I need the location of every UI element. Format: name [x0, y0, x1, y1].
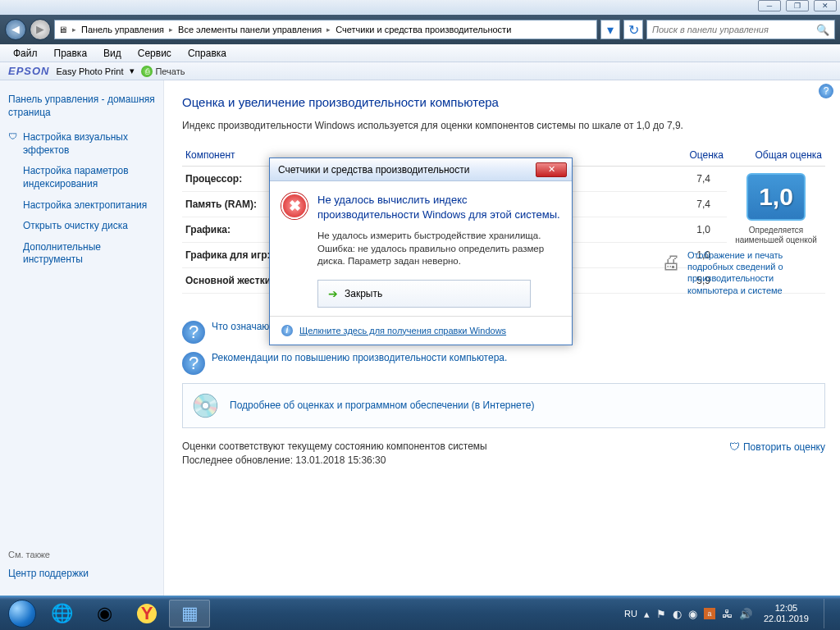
windows-orb-icon — [8, 600, 36, 628]
clock-time: 12:05 — [764, 603, 809, 614]
menu-bar: Файл Правка Вид Сервис Справка — [0, 44, 840, 62]
updated-line: Последнее обновление: 13.01.2018 15:36:3… — [182, 454, 825, 468]
close-window-button[interactable]: ✕ — [814, 0, 837, 11]
question-icon: ? — [182, 321, 205, 344]
print-details-link[interactable]: 🖨 Отображение и печать подробных сведени… — [661, 249, 825, 296]
show-desktop-button[interactable] — [824, 599, 832, 628]
maximize-button[interactable]: ❐ — [786, 0, 809, 11]
performance-tips-link[interactable]: Рекомендации по повышению производительн… — [212, 352, 507, 365]
breadcrumb[interactable]: Счетчики и средства производительности — [336, 25, 511, 34]
intro-text: Индекс производительности Windows исполь… — [182, 119, 825, 133]
refresh-button[interactable]: ↻ — [623, 20, 643, 39]
sidebar-link-visual-effects[interactable]: Настройка визуальных эффектов — [8, 127, 155, 161]
print-icon: ⎙ — [141, 66, 153, 77]
taskbar-control-panel[interactable]: ▦ — [169, 600, 210, 628]
rerun-label: Повторить оценку — [743, 441, 825, 454]
computer-icon: 🖥 — [58, 25, 67, 34]
breadcrumb[interactable]: Все элементы панели управления — [178, 25, 322, 34]
sidebar-link-indexing[interactable]: Настройка параметров индексирования — [8, 161, 155, 194]
tray-volume-icon[interactable]: 🔊 — [739, 608, 752, 620]
minimize-button[interactable]: ─ — [758, 0, 781, 11]
epson-print-button[interactable]: ⎙ Печать — [141, 66, 185, 77]
menu-help[interactable]: Справка — [181, 46, 233, 61]
more-info-link[interactable]: Подробнее об оценках и программном обесп… — [230, 399, 534, 411]
overall-score-label: Определяется наименьшей оценкой — [730, 226, 822, 245]
lang-indicator[interactable]: RU — [624, 609, 637, 619]
printer-icon: 🖨 — [661, 249, 681, 296]
tray-up-icon[interactable]: ▴ — [644, 608, 650, 620]
page-title: Оценка и увеличение производительности к… — [182, 95, 825, 109]
dialog-help-link[interactable]: Щелкните здесь для получения справки Win… — [299, 326, 506, 336]
forward-button[interactable]: ► — [30, 19, 51, 40]
more-info-panel[interactable]: 💿 Подробнее об оценках и программном обе… — [182, 383, 825, 428]
clock-date: 22.01.2019 — [764, 614, 809, 624]
print-details-label: Отображение и печать подробных сведений … — [687, 249, 825, 296]
dialog-titlebar[interactable]: Счетчики и средства производительности ✕ — [270, 158, 572, 181]
search-box[interactable]: 🔍 — [646, 20, 835, 39]
tray-network-icon[interactable]: 🖧 — [722, 608, 733, 620]
system-tray: RU ▴ ⚑ ◐ ◉ a 🖧 🔊 12:05 22.01.2019 — [624, 599, 835, 628]
taskbar-chrome[interactable]: ◉ — [84, 600, 125, 628]
print-label: Печать — [155, 66, 185, 76]
question-icon: ? — [182, 352, 205, 375]
sidebar: Панель управления - домашняя страница На… — [0, 80, 164, 596]
dialog-footer: i Щелкните здесь для получения справки W… — [270, 316, 572, 345]
col-score: Оценка — [662, 144, 727, 167]
overall-score-badge: 1,0 — [746, 173, 806, 221]
dialog-detail: Не удалось измерить быстродействие храни… — [317, 230, 560, 268]
tray-icon[interactable]: ⚑ — [656, 608, 666, 620]
tray-icon[interactable]: a — [704, 608, 715, 619]
help-icon[interactable]: ? — [819, 84, 833, 98]
dialog-close-action[interactable]: ➔ Закрыть — [317, 280, 531, 308]
tray-icon[interactable]: ◐ — [673, 608, 682, 620]
search-icon[interactable]: 🔍 — [816, 24, 829, 36]
dropdown-icon[interactable]: ▾ — [130, 66, 135, 76]
menu-service[interactable]: Сервис — [131, 46, 178, 61]
see-also-heading: См. также — [8, 550, 155, 564]
tray-icon[interactable]: ◉ — [688, 608, 697, 620]
dialog-heading: Не удалось вычислить индекс производител… — [317, 193, 560, 221]
software-icon: 💿 — [191, 392, 220, 419]
epson-toolbar: EPSON Easy Photo Print ▾ ⎙ Печать — [0, 62, 840, 80]
shield-icon: 🛡 — [729, 440, 740, 454]
sidebar-link-action-center[interactable]: Центр поддержки — [8, 564, 155, 582]
back-button[interactable]: ◄ — [5, 19, 26, 40]
epson-app-label[interactable]: Easy Photo Print — [57, 66, 124, 76]
error-icon: ✖ — [281, 193, 308, 219]
status-footer: 🛡 Повторить оценку Оценки соответствуют … — [182, 440, 825, 468]
col-overall: Общая оценка — [727, 144, 825, 167]
menu-file[interactable]: Файл — [7, 46, 44, 61]
dialog-close-button[interactable]: ✕ — [536, 162, 567, 177]
rerun-assessment-link[interactable]: 🛡 Повторить оценку — [729, 440, 825, 454]
sidebar-link-disk-cleanup[interactable]: Открыть очистку диска — [8, 216, 155, 237]
explorer-navbar: ◄ ► 🖥 ▸ Панель управления ▸ Все элементы… — [0, 15, 840, 44]
start-button[interactable] — [5, 600, 39, 628]
dialog-title: Счетчики и средства производительности — [278, 164, 469, 176]
window-titlebar: ─ ❐ ✕ — [0, 0, 840, 15]
chevron-right-icon: ▸ — [326, 25, 331, 34]
chevron-right-icon: ▸ — [72, 25, 76, 34]
dialog-button-label: Закрыть — [345, 288, 382, 299]
control-panel-home-link[interactable]: Панель управления - домашняя страница — [8, 90, 155, 127]
taskbar: 🌐 ◉ Y ▦ RU ▴ ⚑ ◐ ◉ a 🖧 🔊 12:05 22.01.201… — [0, 597, 840, 630]
sidebar-link-power[interactable]: Настройка электропитания — [8, 195, 155, 217]
taskbar-clock[interactable]: 12:05 22.01.2019 — [759, 603, 814, 623]
menu-edit[interactable]: Правка — [48, 46, 94, 61]
taskbar-yandex[interactable]: Y — [126, 600, 167, 628]
history-dropdown[interactable]: ▾ — [600, 20, 620, 39]
chevron-right-icon: ▸ — [169, 25, 173, 34]
epson-logo: EPSON — [8, 65, 50, 77]
taskbar-ie[interactable]: 🌐 — [41, 600, 82, 628]
breadcrumb[interactable]: Панель управления — [81, 25, 164, 34]
address-bar[interactable]: 🖥 ▸ Панель управления ▸ Все элементы пан… — [54, 20, 597, 39]
sidebar-link-advanced-tools[interactable]: Дополнительные инструменты — [8, 237, 155, 271]
component-score: 7,4 — [662, 166, 727, 191]
error-dialog: Счетчики и средства производительности ✕… — [269, 158, 573, 345]
search-input[interactable] — [652, 25, 816, 34]
menu-view[interactable]: Вид — [97, 46, 128, 61]
info-icon: i — [281, 325, 293, 336]
arrow-right-icon: ➔ — [328, 287, 338, 300]
